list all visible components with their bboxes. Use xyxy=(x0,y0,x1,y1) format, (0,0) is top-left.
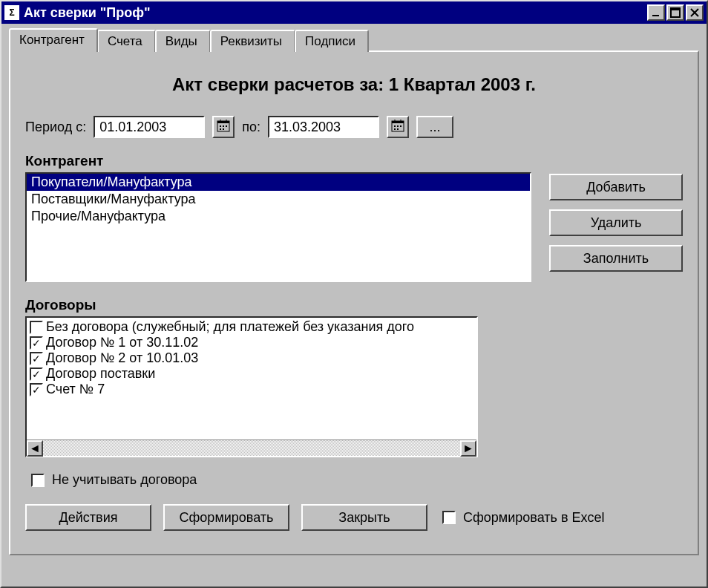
contract-label: Договор № 2 от 10.01.03 xyxy=(46,350,198,366)
svg-rect-17 xyxy=(397,125,399,127)
client-area: Контрагент Счета Виды Реквизиты Подписи … xyxy=(1,24,707,587)
checkbox-icon[interactable] xyxy=(30,368,43,381)
calendar-from-button[interactable] xyxy=(212,116,235,138)
checkbox-icon[interactable] xyxy=(30,336,43,350)
calendar-icon xyxy=(391,119,404,135)
counterparty-listbox[interactable]: Покупатели/Мануфактура Поставщики/Мануфа… xyxy=(25,172,531,282)
checkbox-icon[interactable] xyxy=(30,352,43,365)
minimize-button[interactable] xyxy=(647,4,665,21)
svg-rect-8 xyxy=(223,125,224,127)
list-item[interactable]: Прочие/Мануфактура xyxy=(27,208,530,225)
checkbox-icon[interactable] xyxy=(30,383,43,396)
action-row: Действия Сформировать Закрыть Сформирова… xyxy=(25,504,683,531)
fill-button[interactable]: Заполнить xyxy=(549,245,683,272)
tab-vidy[interactable]: Виды xyxy=(155,30,211,52)
tab-podpisi[interactable]: Подписи xyxy=(295,30,369,52)
period-to-input[interactable] xyxy=(268,116,379,138)
add-button[interactable]: Добавить xyxy=(549,174,683,200)
svg-rect-9 xyxy=(226,125,227,127)
window-title: Акт сверки "Проф" xyxy=(24,5,647,21)
svg-rect-4 xyxy=(217,121,229,123)
svg-rect-10 xyxy=(220,128,221,130)
contract-label: Договор поставки xyxy=(46,366,155,382)
tab-kontragent[interactable]: Контрагент xyxy=(9,28,98,52)
calendar-icon xyxy=(217,119,230,135)
ignore-contracts-label: Не учитывать договора xyxy=(52,472,197,488)
period-from-label: Период с: xyxy=(25,120,86,135)
scroll-left-button[interactable]: ◄ xyxy=(27,440,43,457)
svg-rect-18 xyxy=(400,125,401,127)
svg-rect-11 xyxy=(223,128,224,130)
checkbox-icon[interactable] xyxy=(30,321,43,334)
close-button[interactable] xyxy=(686,4,704,21)
checkbox-icon[interactable] xyxy=(442,511,456,524)
counterparty-group-label: Контрагент xyxy=(25,153,683,169)
svg-rect-20 xyxy=(397,128,399,130)
tab-panel: Акт сверки расчетов за: 1 Квартал 2003 г… xyxy=(9,50,699,555)
period-from-input[interactable] xyxy=(94,116,205,138)
form-excel-label: Сформировать в Excel xyxy=(463,510,604,526)
actions-button[interactable]: Действия xyxy=(25,504,151,531)
svg-rect-2 xyxy=(671,8,680,10)
delete-button[interactable]: Удалить xyxy=(549,209,683,236)
period-row: Период с: по: ... xyxy=(25,116,683,138)
form-button[interactable]: Сформировать xyxy=(163,504,289,531)
svg-rect-7 xyxy=(220,125,221,127)
app-icon: Σ xyxy=(4,5,19,20)
tab-scheta[interactable]: Счета xyxy=(97,30,156,52)
svg-rect-0 xyxy=(652,15,659,16)
triangle-left-icon: ◄ xyxy=(29,442,41,455)
contract-row[interactable]: Без договора (служебный; для платежей бе… xyxy=(28,319,475,335)
tab-row: Контрагент Счета Виды Реквизиты Подписи xyxy=(9,28,699,50)
contract-label: Договор № 1 от 30.11.02 xyxy=(46,335,198,350)
maximize-button[interactable] xyxy=(666,4,684,21)
titlebar: Σ Акт сверки "Проф" xyxy=(1,1,707,24)
form-excel-row[interactable]: Сформировать в Excel xyxy=(442,510,604,526)
contracts-group-label: Договоры xyxy=(25,297,683,313)
ignore-contracts-row[interactable]: Не учитывать договора xyxy=(31,472,683,488)
tab-rekvizity[interactable]: Реквизиты xyxy=(210,30,295,52)
scroll-right-button[interactable]: ► xyxy=(460,440,476,457)
period-browse-button[interactable]: ... xyxy=(416,116,453,138)
contract-label: Счет № 7 xyxy=(46,382,105,397)
triangle-right-icon: ► xyxy=(462,442,474,455)
period-to-label: по: xyxy=(242,120,260,135)
svg-rect-13 xyxy=(392,121,404,123)
contracts-listbox[interactable]: Без договора (служебный; для платежей бе… xyxy=(25,316,478,457)
app-window: Σ Акт сверки "Проф" Контрагент Счета Вид… xyxy=(0,0,708,588)
svg-rect-16 xyxy=(394,125,396,127)
list-item[interactable]: Поставщики/Мануфактура xyxy=(27,191,530,208)
page-title: Акт сверки расчетов за: 1 Квартал 2003 г… xyxy=(25,74,683,95)
calendar-to-button[interactable] xyxy=(387,116,409,138)
contract-row[interactable]: Договор поставки xyxy=(28,366,475,382)
contract-label: Без договора (служебный; для платежей бе… xyxy=(46,319,414,335)
close-dialog-button[interactable]: Закрыть xyxy=(301,504,427,531)
scrollbar-track[interactable] xyxy=(43,440,460,456)
list-item[interactable]: Покупатели/Мануфактура xyxy=(27,174,530,191)
horizontal-scrollbar[interactable]: ◄ ► xyxy=(27,440,476,456)
checkbox-icon[interactable] xyxy=(31,474,45,487)
contract-row[interactable]: Договор № 2 от 10.01.03 xyxy=(28,350,475,366)
svg-rect-19 xyxy=(394,128,396,130)
contract-row[interactable]: Договор № 1 от 30.11.02 xyxy=(28,335,475,350)
contract-row[interactable]: Счет № 7 xyxy=(28,382,475,397)
